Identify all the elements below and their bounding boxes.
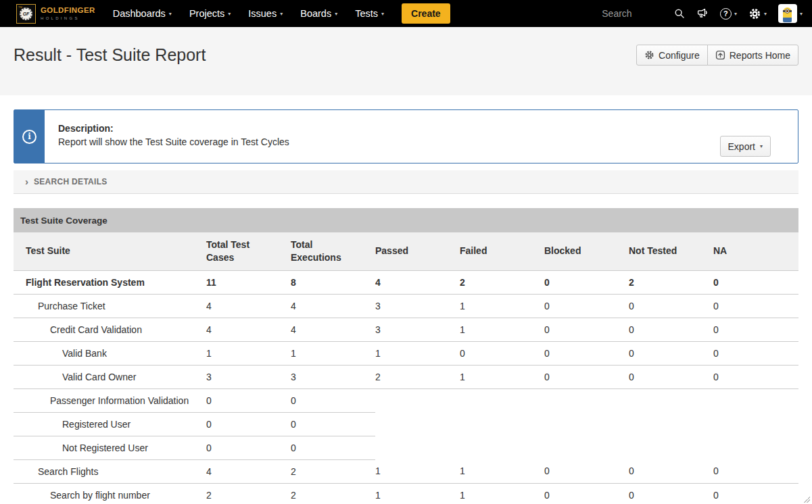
description-panel: i Description: Report will show the Test…	[14, 109, 798, 163]
chevron-down-icon: ▾	[734, 11, 737, 17]
menu-boards[interactable]: Boards ▾	[300, 8, 337, 19]
value-cell: 0	[544, 459, 629, 483]
menu-tests[interactable]: Tests ▾	[355, 8, 384, 19]
chevron-down-icon: ▾	[228, 11, 231, 17]
search-input[interactable]	[571, 7, 663, 20]
value-cell: 4	[206, 459, 291, 483]
value-cell: 1	[291, 341, 375, 365]
value-cell: 0	[206, 388, 291, 412]
value-cell: 1	[375, 459, 460, 483]
column-header-blocked: Blocked	[544, 232, 629, 270]
value-cell	[544, 412, 629, 436]
avatar	[778, 4, 797, 23]
value-cell: 2	[375, 365, 460, 388]
value-cell: 0	[291, 412, 375, 436]
value-cell: 0	[544, 294, 629, 318]
settings-menu[interactable]: ▾	[748, 7, 767, 20]
table-row: Purchase Ticket4431000	[14, 294, 798, 318]
chevron-right-icon: ›	[25, 176, 28, 187]
value-cell: 2	[291, 459, 375, 483]
value-cell: 0	[544, 318, 629, 341]
main-menu: Dashboards ▾ Projects ▾ Issues ▾ Boards …	[113, 8, 384, 19]
search-icon[interactable]	[674, 8, 685, 19]
test-suite-name-cell: Search Flights	[14, 459, 206, 483]
section-title-band: Test Suite Coverage	[14, 208, 798, 232]
resize-grip-icon	[803, 496, 810, 503]
value-cell: 4	[206, 318, 291, 341]
info-icon: i	[22, 130, 37, 144]
export-label: Export	[728, 141, 755, 152]
value-cell: 0	[544, 365, 629, 388]
user-menu[interactable]: ▾	[778, 4, 803, 23]
app-logo[interactable]: TM GF GOLDFINGER HOLDINGS	[16, 4, 95, 24]
create-button[interactable]: Create	[402, 3, 450, 24]
reports-home-button[interactable]: Reports Home	[707, 45, 798, 66]
chevron-down-icon: ▾	[800, 11, 803, 17]
value-cell	[375, 388, 460, 412]
value-cell: 1	[460, 483, 544, 504]
value-cell: 2	[460, 270, 544, 294]
value-cell: 1	[460, 318, 544, 341]
value-cell: 0	[629, 294, 713, 318]
logo-text: GOLDFINGER HOLDINGS	[41, 7, 95, 21]
menu-label: Boards	[300, 8, 331, 19]
value-cell: 8	[291, 270, 375, 294]
help-menu[interactable]: ? ▾	[720, 8, 737, 20]
menu-issues[interactable]: Issues ▾	[248, 8, 283, 19]
content: i Description: Report will show the Test…	[0, 109, 812, 504]
info-strip: i	[14, 110, 45, 163]
table-row: Valid Card Owner3321000	[14, 365, 798, 388]
value-cell: 2	[206, 483, 291, 504]
value-cell	[629, 436, 713, 459]
value-cell	[460, 436, 544, 459]
value-cell: 1	[460, 294, 544, 318]
top-navigation-bar: TM GF GOLDFINGER HOLDINGS Dashboards ▾ P…	[0, 0, 812, 27]
table-row: Flight Reservation System11842020	[14, 270, 798, 294]
search-details-label: SEARCH DETAILS	[34, 177, 108, 186]
value-cell: 0	[713, 341, 798, 365]
test-suite-name-cell: Valid Card Owner	[14, 365, 206, 388]
value-cell	[629, 412, 713, 436]
table-header-row: Test Suite Total Test Cases Total Execut…	[14, 232, 798, 270]
value-cell: 0	[713, 318, 798, 341]
value-cell	[460, 412, 544, 436]
value-cell: 0	[713, 483, 798, 504]
value-cell: 3	[206, 365, 291, 388]
chevron-down-icon: ▾	[280, 11, 283, 17]
value-cell: 3	[375, 318, 460, 341]
table-row: Credit Card Validation4431000	[14, 318, 798, 341]
help-icon: ?	[720, 8, 732, 20]
export-button[interactable]: Export ▾	[720, 136, 771, 157]
table-row: Not Registered User00	[14, 436, 798, 459]
menu-label: Tests	[355, 8, 378, 19]
description-text: Report will show the Test Suite coverage…	[58, 135, 798, 149]
value-cell: 0	[544, 483, 629, 504]
value-cell: 0	[713, 459, 798, 483]
menu-dashboards[interactable]: Dashboards ▾	[113, 8, 172, 19]
value-cell: 0	[206, 412, 291, 436]
logo-brand: GOLDFINGER	[41, 7, 95, 15]
value-cell: 0	[629, 341, 713, 365]
value-cell: 0	[629, 365, 713, 388]
value-cell: 1	[460, 365, 544, 388]
megaphone-icon[interactable]	[696, 7, 709, 20]
header-button-group: Configure Reports Home	[636, 45, 798, 66]
value-cell: 4	[291, 318, 375, 341]
value-cell	[713, 412, 798, 436]
value-cell: 0	[291, 436, 375, 459]
value-cell	[460, 388, 544, 412]
chevron-down-icon: ▾	[764, 11, 767, 17]
table-row: Registered User00	[14, 412, 798, 436]
value-cell	[544, 388, 629, 412]
value-cell: 0	[713, 365, 798, 388]
configure-button[interactable]: Configure	[636, 45, 708, 66]
column-header-failed: Failed	[460, 232, 544, 270]
menu-label: Projects	[189, 8, 224, 19]
gear-icon	[748, 7, 761, 20]
column-header-test-suite: Test Suite	[14, 232, 206, 270]
test-suite-name-cell: Passenger Information Validation	[14, 388, 206, 412]
search-details-toggle[interactable]: › SEARCH DETAILS	[14, 170, 798, 194]
page-header: Result - Test Suite Report Configure Rep…	[0, 27, 812, 95]
value-cell: 0	[629, 318, 713, 341]
menu-projects[interactable]: Projects ▾	[189, 8, 231, 19]
